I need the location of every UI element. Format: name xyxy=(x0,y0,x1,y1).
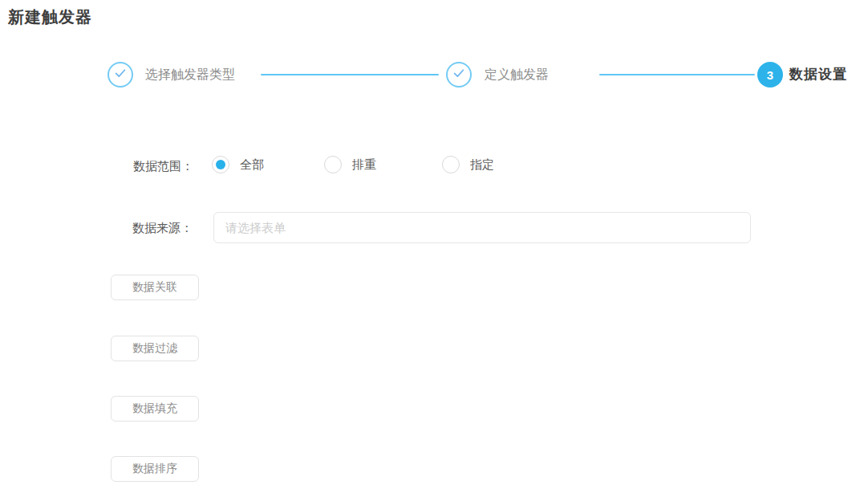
step1-label: 选择触发器类型 xyxy=(145,62,235,88)
data-source-input[interactable] xyxy=(213,212,751,243)
step3-number: 3 xyxy=(767,68,773,82)
data-filter-button[interactable]: 数据过滤 xyxy=(111,336,199,361)
step1-completed-circle xyxy=(107,62,133,88)
step-connector-line-2 xyxy=(599,74,755,75)
data-fill-button[interactable]: 数据填充 xyxy=(111,396,199,422)
page-title: 新建触发器 xyxy=(8,6,92,28)
radio-option-all-label: 全部 xyxy=(240,157,264,173)
radio-selected-icon[interactable] xyxy=(212,156,229,173)
data-source-label: 数据来源： xyxy=(132,221,193,236)
step2-label: 定义触发器 xyxy=(485,62,549,88)
data-sort-button[interactable]: 数据排序 xyxy=(111,456,199,482)
radio-option-specified-label: 指定 xyxy=(470,157,494,173)
step3-label: 数据设置 xyxy=(789,62,847,88)
step-connector-line-1 xyxy=(261,74,439,75)
radio-unselected-icon[interactable] xyxy=(324,156,342,173)
radio-option-specified[interactable]: 指定 xyxy=(442,156,494,173)
radio-unselected-icon[interactable] xyxy=(442,156,460,173)
step3-active-circle: 3 xyxy=(757,62,783,88)
step2-completed-circle xyxy=(446,62,472,88)
check-icon xyxy=(451,65,467,84)
radio-dot xyxy=(216,160,225,169)
radio-option-dedupe-label: 排重 xyxy=(352,157,376,173)
data-range-label: 数据范围： xyxy=(133,159,193,174)
radio-option-all[interactable]: 全部 xyxy=(212,156,264,173)
radio-option-dedupe[interactable]: 排重 xyxy=(324,156,376,173)
check-icon xyxy=(112,65,128,84)
data-association-button[interactable]: 数据关联 xyxy=(111,275,199,300)
